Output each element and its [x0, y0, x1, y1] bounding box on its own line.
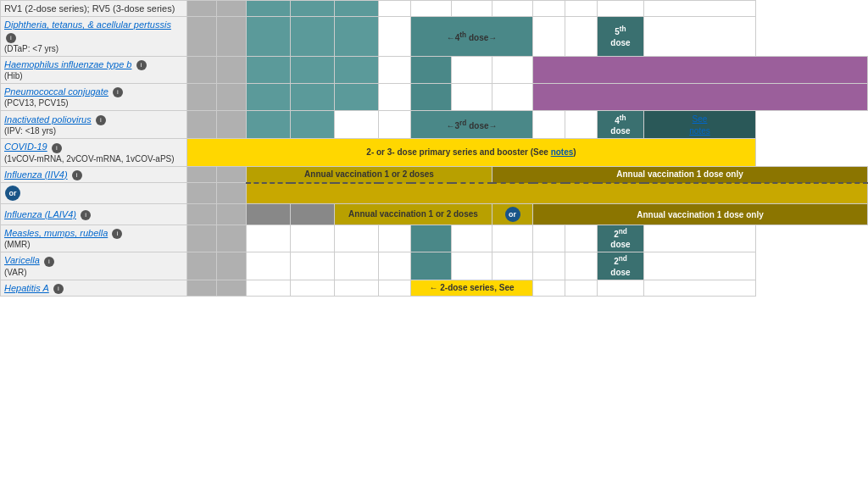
- mmr-cell-12m: [411, 225, 452, 252]
- varicella-dose2-text: 2nddose: [601, 254, 640, 277]
- varicella-cell-rest: [644, 252, 756, 280]
- hepa-cell-4y: [598, 280, 644, 296]
- ipv-cell-2m: [247, 111, 291, 139]
- pneumo-cell-4m: [291, 84, 335, 111]
- hib-cell-18m: [492, 56, 533, 83]
- iiv4-left-span: Annual vaccination 1 or 2 doses: [247, 166, 492, 182]
- laiv4-cell-birth: [187, 204, 217, 225]
- dtap-link[interactable]: Diphtheria, tetanus, & acellular pertuss…: [4, 19, 171, 30]
- mmr-subtext: (MMR): [4, 239, 183, 250]
- mmr-cell-15m: [452, 225, 492, 252]
- varicella-cell-2m: [247, 252, 291, 280]
- ipv-cell-4m: [291, 111, 335, 139]
- hepa-cell-1m: [217, 280, 247, 296]
- dtap-info-icon[interactable]: i: [6, 33, 16, 43]
- ipv-see-notes-cell: Seenotes: [644, 111, 756, 139]
- mmr-info-icon[interactable]: i: [112, 229, 122, 239]
- covid-link[interactable]: COVID-19: [4, 141, 47, 152]
- hepa-link[interactable]: Hepatitis A: [4, 283, 49, 293]
- hepa-info-icon[interactable]: i: [53, 284, 64, 294]
- ipv-see-notes-link[interactable]: Seenotes: [689, 114, 709, 136]
- hib-cell-6m: [335, 56, 379, 83]
- varicella-name-cell: Varicella i (VAR): [1, 252, 187, 280]
- rv-cell-8: [452, 1, 492, 17]
- varicella-info-icon[interactable]: i: [44, 257, 54, 267]
- covid-notes-link[interactable]: notes: [551, 147, 574, 157]
- hepa-cell-4m: [291, 280, 335, 296]
- rv-cell-1: [187, 1, 217, 17]
- hib-purple-span: [533, 56, 868, 83]
- hib-cell-4m: [291, 56, 335, 83]
- or-dashed-line: [247, 183, 868, 204]
- influenza-laiv4-row: Influenza (LAIV4) i Annual vaccination 1…: [1, 204, 868, 225]
- hib-row: Haemophilus influenzae type b i (Hib): [1, 56, 868, 83]
- rv-cell-5: [335, 1, 379, 17]
- covid-info-icon[interactable]: i: [52, 143, 62, 153]
- iiv4-right-span: Annual vaccination 1 dose only: [492, 166, 868, 182]
- covid-row: COVID-19 i (1vCOV-mRNA, 2vCOV-mRNA, 1vCO…: [1, 139, 868, 166]
- hib-cell-1m: [217, 56, 247, 83]
- or-gray2: [217, 183, 247, 204]
- dtap-cell-2y: [533, 17, 565, 57]
- hib-cell-birth: [187, 56, 217, 83]
- hib-cell-9m: [379, 56, 411, 83]
- ipv-cell-2y: [533, 111, 565, 139]
- varicella-link[interactable]: Varicella: [4, 255, 40, 265]
- pneumo-cell-12m: [411, 84, 452, 111]
- pneumo-cell-18m: [492, 84, 533, 111]
- mmr-link[interactable]: Measles, mumps, rubella: [4, 228, 108, 238]
- dtap-cell-rest: [644, 17, 756, 57]
- pneumo-info-icon[interactable]: i: [113, 87, 123, 97]
- rv-row: RV1 (2-dose series); RV5 (3-dose series): [1, 1, 868, 17]
- or-label-cell: or: [1, 183, 187, 204]
- dtap-dose5-cell: 5thdose: [598, 17, 644, 57]
- varicella-cell-3y: [565, 252, 598, 280]
- mmr-dose2-text: 2nddose: [601, 227, 640, 250]
- rv-cell-2: [217, 1, 247, 17]
- hepa-row: Hepatitis A i ← 2-dose series, See: [1, 280, 868, 296]
- varicella-subtext: (VAR): [4, 267, 183, 278]
- influenza-iiv4-info-icon[interactable]: i: [72, 170, 82, 180]
- pneumo-link[interactable]: Pneumococcal conjugate: [4, 86, 108, 97]
- influenza-iiv4-name-cell: Influenza (IIV4) i: [1, 166, 187, 182]
- mmr-cell-1m: [217, 225, 247, 252]
- rv-cell-10: [533, 1, 565, 17]
- ipv-cell-9m: [379, 111, 411, 139]
- hepa-cell-9m: [379, 280, 411, 296]
- hepa-arrow-text: ← 2-dose series, See: [415, 283, 529, 292]
- iiv4-cell-1m: [217, 166, 247, 182]
- mmr-cell-2m: [247, 225, 291, 252]
- ipv-link[interactable]: Inactivated poliovirus: [4, 114, 92, 125]
- varicella-cell-18m: [492, 252, 533, 280]
- varicella-dose2-cell: 2nddose: [598, 252, 644, 280]
- hib-name-cell: Haemophilus influenzae type b i (Hib): [1, 56, 187, 83]
- hib-cell-2m: [247, 56, 291, 83]
- laiv4-or-badge: or: [505, 207, 520, 222]
- covid-span-text: 2- or 3- dose primary series and booster…: [191, 147, 752, 158]
- rv-cell-9: [492, 1, 533, 17]
- ipv-dose4-cell: 4thdose: [598, 111, 644, 139]
- hib-link[interactable]: Haemophilus influenzae type b: [4, 59, 131, 69]
- rv-cell-6: [379, 1, 411, 17]
- influenza-laiv4-info-icon[interactable]: i: [81, 210, 91, 220]
- laiv4-right-span: Annual vaccination 1 dose only: [533, 204, 868, 225]
- mmr-cell-18m: [492, 225, 533, 252]
- laiv4-or-cell: or: [492, 204, 533, 225]
- ipv-cell-1m: [217, 111, 247, 139]
- pneumo-purple-span: [533, 84, 868, 111]
- hib-info-icon[interactable]: i: [136, 60, 147, 70]
- influenza-iiv4-link[interactable]: Influenza (IIV4): [4, 169, 68, 180]
- covid-name-cell: COVID-19 i (1vCOV-mRNA, 2vCOV-mRNA, 1vCO…: [1, 139, 187, 166]
- dtap-arrow-text: ←4th dose→: [415, 30, 529, 42]
- dtap-cell-2m: [247, 17, 291, 57]
- mmr-cell-4m: [291, 225, 335, 252]
- ipv-name-cell: Inactivated poliovirus i (IPV: <18 yrs): [1, 111, 187, 139]
- hepa-cell-rest: [644, 280, 756, 296]
- ipv-info-icon[interactable]: i: [96, 115, 106, 125]
- ipv-subtext: (IPV: <18 yrs): [4, 125, 183, 136]
- rv-cell-11: [565, 1, 598, 17]
- pneumo-cell-2m: [247, 84, 291, 111]
- dtap-cell-6m: [335, 17, 379, 57]
- hepa-cell-6m: [335, 280, 379, 296]
- influenza-laiv4-link[interactable]: Influenza (LAIV4): [4, 209, 76, 219]
